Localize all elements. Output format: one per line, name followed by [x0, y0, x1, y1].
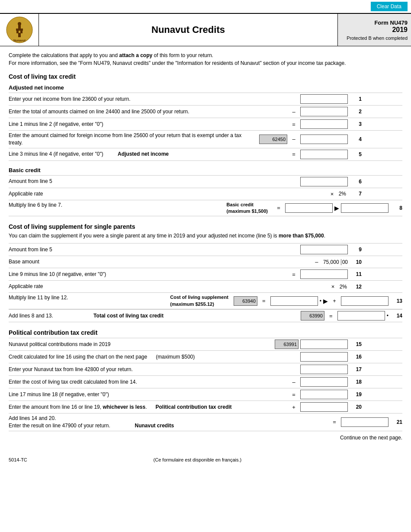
row-4-input[interactable] — [300, 135, 348, 144]
row-18: Enter the cost of living tax credit calc… — [9, 375, 402, 388]
row-21-label1: Add lines 14 and 20. — [9, 415, 56, 421]
subsection-basic-credit: Basic credit — [9, 167, 402, 173]
subsection-supplement: Cost of living supplement for single par… — [9, 223, 402, 230]
row-9-input[interactable] — [300, 245, 348, 254]
row-5-num: 5 — [350, 151, 362, 157]
row-20-input[interactable] — [300, 402, 348, 412]
row-5-label: Line 3 minus line 4 (if negative, enter … — [9, 151, 289, 158]
row-8: Multiply line 6 by line 7. Basic credit(… — [9, 200, 402, 217]
row-6-num: 6 — [350, 179, 362, 185]
row-19: Line 17 minus line 18 (if negative, ente… — [9, 388, 402, 401]
row-8-op: = — [274, 205, 283, 211]
form-year: 2019 — [341, 26, 408, 34]
row-14-num: 14 — [390, 313, 402, 319]
row-14-label-right: Total cost of living tax credit — [93, 313, 164, 319]
protected-text: Protected B when completed — [341, 35, 408, 41]
row-10-label: Base amount — [9, 258, 312, 266]
row-18-input[interactable] — [300, 377, 348, 387]
row-4-label: Enter the amount claimed for foreign inc… — [9, 132, 259, 147]
row-16-label: Credit calculated for line 16 using the … — [9, 353, 300, 361]
row-2-op: – — [289, 109, 299, 115]
row-8-num: 8 — [390, 205, 402, 211]
row-15-input[interactable] — [300, 340, 348, 349]
row-9: Amount from line 5 9 — [9, 243, 402, 256]
row-8-input[interactable] — [285, 203, 333, 213]
row-6-label: Amount from line 5 — [9, 178, 300, 185]
row-14-result[interactable] — [337, 311, 385, 320]
clear-data-button[interactable]: Clear Data — [371, 2, 408, 11]
row-3-op: = — [289, 121, 299, 128]
row-8-result[interactable] — [341, 203, 389, 213]
row-2: Enter the total of amounts claimed on li… — [9, 105, 402, 118]
row-9-num: 9 — [350, 247, 362, 253]
form-number: Form NU479 — [341, 19, 408, 26]
row-2-label: Enter the total of amounts claimed on li… — [9, 108, 289, 115]
row-17: Enter your Nunavut tax from line 42800 o… — [9, 363, 402, 375]
row-4-prefilled: 62450 — [259, 135, 287, 144]
svg-text:Nunavut: Nunavut — [13, 39, 26, 42]
row-17-num: 17 — [350, 366, 362, 372]
row-1-input[interactable] — [300, 94, 348, 104]
row-12-num: 12 — [350, 284, 362, 290]
row-5-input[interactable] — [300, 150, 348, 159]
row-15-prefilled: 63991 — [275, 340, 299, 349]
row-19-input[interactable] — [300, 390, 348, 399]
row-6-input[interactable] — [300, 177, 348, 186]
row-7-rate: 2% — [339, 191, 348, 197]
row-3-input[interactable] — [300, 119, 348, 129]
row-13-op: = — [259, 298, 269, 304]
row-7: Applicable rate × 2% 7 — [9, 188, 402, 200]
title-area: Nunavut Credits — [39, 14, 337, 46]
row-3: Line 1 minus line 2 (if negative, enter … — [9, 118, 402, 130]
form-info: Form NU479 2019 Protected B when complet… — [337, 14, 411, 46]
row-15-num: 15 — [350, 341, 362, 347]
row-11-input[interactable] — [300, 269, 348, 279]
row-16-input[interactable] — [300, 352, 348, 362]
row-13-input[interactable] — [270, 296, 318, 306]
row-6: Amount from line 5 6 — [9, 175, 402, 188]
row-10-op: – — [312, 259, 321, 265]
row-8-label-right: Basic credit(maximum $1,500) — [227, 202, 271, 215]
row-1-label: Enter your net income from line 23600 of… — [9, 96, 300, 103]
svg-rect-4 — [20, 30, 22, 33]
row-19-label: Line 17 minus line 18 (if negative, ente… — [9, 391, 289, 398]
row-4: Enter the amount claimed for foreign inc… — [9, 130, 402, 148]
row-2-input[interactable] — [300, 107, 348, 116]
row-13-result[interactable] — [341, 296, 389, 306]
row-18-num: 18 — [350, 379, 362, 385]
row-17-input[interactable] — [300, 365, 348, 374]
row-3-num: 3 — [350, 121, 362, 127]
row-10-num: 10 — [350, 259, 362, 265]
row-15: Nunavut political contributions made in … — [9, 338, 402, 350]
intro-block: Complete the calculations that apply to … — [9, 51, 402, 67]
row-20-num: 20 — [350, 404, 362, 410]
row-21-num: 21 — [390, 419, 402, 425]
row-21-input[interactable] — [341, 417, 389, 427]
row-12: Applicable rate × 2% 12 — [9, 280, 402, 292]
row-13-label-right: Cost of living supplement(maximum $255.1… — [170, 294, 231, 308]
intro-line1: Complete the calculations that apply to … — [9, 51, 402, 59]
row-21-label2: Enter the result on line 47900 of your r… — [9, 423, 110, 429]
supplement-desc: You can claim the supplement if you were… — [9, 232, 402, 240]
row-14-dot: • — [387, 313, 389, 319]
row-5-bold: Adjusted net income — [118, 151, 169, 157]
row-11-num: 11 — [350, 271, 362, 277]
row-14-op: = — [326, 313, 336, 319]
row-21-label: Add lines 14 and 20. Enter the result on… — [9, 415, 330, 429]
row-7-label: Applicable rate — [9, 190, 328, 198]
row-18-op: – — [289, 379, 299, 385]
row-12-label: Applicable rate — [9, 283, 328, 290]
row-21: Add lines 14 and 20. Enter the result on… — [9, 413, 402, 431]
row-12-rate: 2% — [340, 284, 348, 290]
row-13-plus: + — [330, 298, 339, 304]
row-7-op: × — [328, 191, 337, 197]
footer-code: 5014-TC — [9, 457, 27, 462]
footer-center-text: (Ce formulaire est disponible en françai… — [154, 457, 242, 462]
row-4-num: 4 — [350, 136, 362, 142]
row-1: Enter your net income from line 23600 of… — [9, 93, 402, 105]
row-20-label: Enter the amount from line 16 or line 19… — [9, 404, 289, 411]
logo-area: Nunavut — [0, 14, 39, 46]
row-4-op: – — [289, 136, 299, 142]
row-10-amount: 75,000 — [323, 259, 339, 265]
row-13: Multiply line 11 by line 12. Cost of liv… — [9, 292, 402, 309]
